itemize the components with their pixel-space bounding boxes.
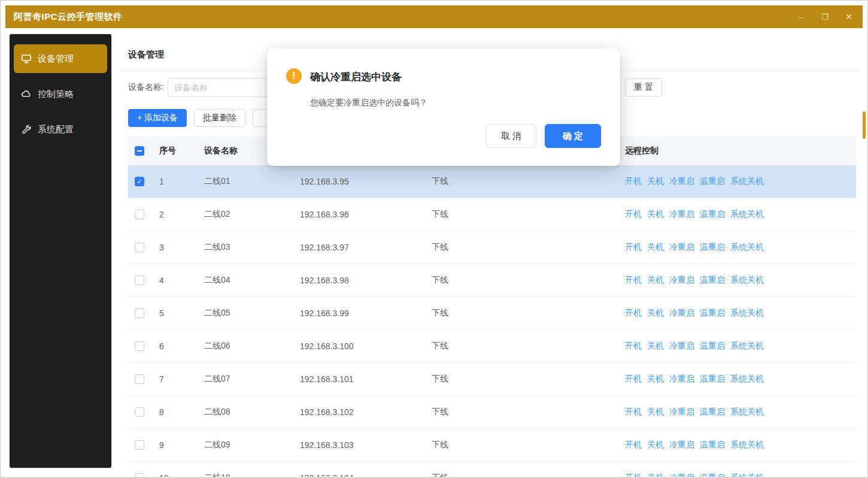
device-name: 二线08 <box>198 407 293 418</box>
remote-action-link[interactable]: 温重启 <box>700 308 725 319</box>
remote-action-link[interactable]: 开机 <box>625 473 642 477</box>
remote-action-link[interactable]: 温重启 <box>700 341 725 352</box>
sidebar: 设备管理 控制策略 系统配置 <box>9 34 112 468</box>
cancel-button[interactable]: 取 消 <box>486 124 536 148</box>
remote-action-link[interactable]: 系统关机 <box>730 473 764 477</box>
remote-action-link[interactable]: 温重启 <box>700 440 725 450</box>
remote-action-link[interactable]: 开机 <box>625 440 642 450</box>
row-index: 2 <box>151 210 198 219</box>
row-checkbox[interactable] <box>135 210 144 219</box>
remote-action-link[interactable]: 关机 <box>647 341 664 352</box>
row-checkbox[interactable] <box>135 308 144 318</box>
remote-action-link[interactable]: 开机 <box>625 209 642 220</box>
add-device-button[interactable]: + 添加设备 <box>128 109 187 127</box>
device-ip: 192.168.3.96 <box>293 210 425 219</box>
remote-action-link[interactable]: 开机 <box>625 407 642 418</box>
remote-actions: 开机关机冷重启温重启系统关机 <box>618 440 856 450</box>
table-row: 9二线09192.168.3.103下线开机关机冷重启温重启系统关机 <box>128 429 856 462</box>
row-checkbox[interactable] <box>135 473 144 477</box>
scrollbar-thumb[interactable] <box>863 111 866 139</box>
close-icon[interactable]: ✕ <box>843 12 854 22</box>
row-checkbox[interactable] <box>135 341 144 351</box>
minimize-icon[interactable]: – <box>796 12 806 22</box>
row-index: 9 <box>151 440 198 450</box>
remote-action-link[interactable]: 关机 <box>647 308 664 319</box>
remote-actions: 开机关机冷重启温重启系统关机 <box>618 176 856 187</box>
remote-action-link[interactable]: 关机 <box>647 275 664 286</box>
remote-action-link[interactable]: 冷重启 <box>669 275 694 286</box>
remote-action-link[interactable]: 开机 <box>625 275 642 286</box>
sidebar-item-label: 控制策略 <box>38 89 74 100</box>
remote-action-link[interactable]: 关机 <box>647 209 664 220</box>
row-checkbox[interactable] <box>135 374 144 384</box>
remote-action-link[interactable]: 开机 <box>625 176 642 187</box>
remote-action-link[interactable]: 冷重启 <box>669 440 694 450</box>
remote-action-link[interactable]: 系统关机 <box>730 176 764 187</box>
remote-action-link[interactable]: 开机 <box>625 242 642 253</box>
remote-action-link[interactable]: 关机 <box>647 242 664 253</box>
confirm-button[interactable]: 确 定 <box>545 124 601 148</box>
sidebar-item-label: 系统配置 <box>38 124 74 135</box>
device-status: 下线 <box>425 440 618 450</box>
remote-action-link[interactable]: 系统关机 <box>730 209 764 220</box>
remote-action-link[interactable]: 系统关机 <box>730 242 764 253</box>
remote-action-link[interactable]: 系统关机 <box>730 341 764 352</box>
row-checkbox[interactable] <box>135 243 144 252</box>
remote-action-link[interactable]: 冷重启 <box>669 374 694 385</box>
table-row: 6二线06192.168.3.100下线开机关机冷重启温重启系统关机 <box>128 330 856 363</box>
remote-action-link[interactable]: 关机 <box>647 473 664 477</box>
sidebar-item-system-config[interactable]: 系统配置 <box>14 115 107 144</box>
remote-action-link[interactable]: 温重启 <box>700 176 725 187</box>
remote-action-link[interactable]: 系统关机 <box>730 308 764 319</box>
remote-action-link[interactable]: 温重启 <box>700 242 725 253</box>
remote-action-link[interactable]: 关机 <box>647 374 664 385</box>
table-row: 7二线07192.168.3.101下线开机关机冷重启温重启系统关机 <box>128 363 856 396</box>
remote-action-link[interactable]: 系统关机 <box>730 374 764 385</box>
device-status: 下线 <box>425 308 618 319</box>
remote-action-link[interactable]: 冷重启 <box>669 407 694 418</box>
sidebar-item-control-strategy[interactable]: 控制策略 <box>14 80 107 108</box>
remote-action-link[interactable]: 温重启 <box>700 275 725 286</box>
app-title: 阿普奇IPC云控手管理软件 <box>14 11 123 23</box>
dialog-title: 确认冷重启选中设备 <box>310 70 402 84</box>
remote-action-link[interactable]: 系统关机 <box>730 275 764 286</box>
remote-action-link[interactable]: 冷重启 <box>669 341 694 352</box>
maximize-icon[interactable]: ❐ <box>820 13 830 22</box>
remote-action-link[interactable]: 开机 <box>625 341 642 352</box>
remote-action-link[interactable]: 冷重启 <box>669 176 694 187</box>
device-name: 二线06 <box>198 341 293 352</box>
remote-action-link[interactable]: 关机 <box>647 440 664 450</box>
header-remote-control: 远程控制 <box>618 146 856 156</box>
app-window: 阿普奇IPC云控手管理软件 – ❐ ✕ 设备管理 控制策略 系统配置 <box>0 0 868 478</box>
select-all-checkbox[interactable] <box>135 146 144 156</box>
remote-action-link[interactable]: 关机 <box>647 176 664 187</box>
device-status: 下线 <box>425 407 618 418</box>
device-name-filter-label: 设备名称: <box>128 82 164 93</box>
remote-action-link[interactable]: 冷重启 <box>669 209 694 220</box>
row-checkbox[interactable] <box>135 276 144 285</box>
device-ip: 192.168.3.103 <box>293 440 425 450</box>
device-name: 二线09 <box>198 440 293 450</box>
row-checkbox[interactable] <box>135 440 144 450</box>
remote-actions: 开机关机冷重启温重启系统关机 <box>618 242 856 253</box>
remote-action-link[interactable]: 温重启 <box>700 407 725 418</box>
remote-action-link[interactable]: 冷重启 <box>669 308 694 319</box>
remote-action-link[interactable]: 温重启 <box>700 473 725 477</box>
remote-action-link[interactable]: 温重启 <box>700 209 725 220</box>
row-checkbox[interactable] <box>135 407 144 417</box>
header-index: 序号 <box>151 146 198 156</box>
reset-button[interactable]: 重 置 <box>625 78 662 96</box>
remote-action-link[interactable]: 冷重启 <box>669 473 694 477</box>
device-status: 下线 <box>425 473 618 477</box>
remote-action-link[interactable]: 开机 <box>625 374 642 385</box>
row-checkbox[interactable]: ✓ <box>135 177 144 186</box>
remote-action-link[interactable]: 冷重启 <box>669 242 694 253</box>
sidebar-item-device-management[interactable]: 设备管理 <box>14 44 107 73</box>
remote-action-link[interactable]: 关机 <box>647 407 664 418</box>
remote-action-link[interactable]: 系统关机 <box>730 407 764 418</box>
remote-action-link[interactable]: 温重启 <box>700 374 725 385</box>
remote-action-link[interactable]: 系统关机 <box>730 440 764 450</box>
row-index: 10 <box>151 473 198 477</box>
batch-delete-button[interactable]: 批量删除 <box>194 109 245 127</box>
remote-action-link[interactable]: 开机 <box>625 308 642 319</box>
